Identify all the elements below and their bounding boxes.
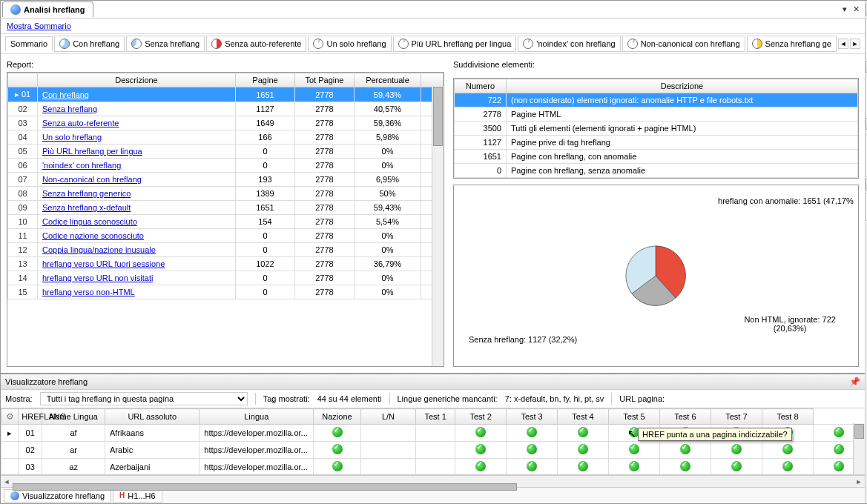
row-test4 bbox=[609, 459, 660, 476]
table-row[interactable]: 0Pagine con hreflang, senza anomalie bbox=[455, 164, 858, 178]
table-row[interactable]: 03 Senza auto-referente 1649 2778 59,36% bbox=[8, 116, 444, 130]
filter-tab-con-hreflang[interactable]: Con hreflang bbox=[54, 36, 125, 52]
row-num: 722 bbox=[455, 93, 507, 107]
bottom-tab-viewer[interactable]: Visualizzatore hreflang bbox=[4, 489, 111, 503]
report-link[interactable]: Senza hreflang x-default bbox=[42, 203, 131, 212]
filter-tab-noindex[interactable]: 'noindex' con hreflang bbox=[518, 36, 620, 52]
report-link[interactable]: Un solo hreflang bbox=[42, 133, 102, 142]
report-link[interactable]: Codice lingua sconosciuto bbox=[42, 217, 137, 226]
table-row[interactable]: 04 Un solo hreflang 166 2778 5,98% bbox=[8, 130, 444, 145]
scroll-left-button[interactable]: ◄ bbox=[838, 39, 848, 49]
show-select[interactable]: Tutti i tag hreflang in questa pagina bbox=[40, 392, 248, 405]
row-test1 bbox=[455, 459, 507, 476]
viewer-col[interactable]: Nome Lingua bbox=[42, 409, 105, 425]
filter-tab-un-solo[interactable]: Un solo hreflang bbox=[308, 36, 391, 52]
report-link[interactable]: Con hreflang bbox=[42, 90, 89, 99]
row-number: 14 bbox=[8, 271, 38, 285]
report-link[interactable]: Codice nazione sconosciuto bbox=[42, 231, 144, 240]
tab-dropdown-icon[interactable]: ▾ bbox=[840, 4, 849, 14]
gear-icon[interactable]: ⚙ bbox=[6, 411, 14, 422]
viewer-col[interactable]: URL assoluto bbox=[105, 409, 200, 425]
scroll-right-button[interactable]: ► bbox=[850, 39, 860, 49]
heading-icon: H bbox=[119, 491, 125, 500]
tab-close-icon[interactable]: ✕ bbox=[851, 4, 862, 14]
table-row[interactable]: 07 Non-canonical con hreflang 193 2778 6… bbox=[8, 173, 444, 187]
report-link[interactable]: Più URL hreflang per lingua bbox=[42, 147, 142, 156]
report-link[interactable]: Non-canonical con hreflang bbox=[42, 175, 142, 184]
report-link[interactable]: hreflang verso URL fuori sessione bbox=[42, 259, 165, 268]
table-row[interactable]: 06 'noindex' con hreflang 0 2778 0% bbox=[8, 159, 444, 173]
report-link[interactable]: Coppia lingua/nazione inusuale bbox=[42, 245, 156, 254]
col-descrizione[interactable]: Descrizione bbox=[38, 73, 236, 87]
viewer-col[interactable]: Nazione bbox=[314, 409, 361, 425]
col-pagine[interactable]: Pagine bbox=[236, 73, 295, 87]
table-row[interactable]: 3500Tutti gli elementi (elementi ignorat… bbox=[455, 122, 858, 136]
table-row[interactable]: 09 Senza hreflang x-default 1651 2778 59… bbox=[8, 201, 444, 215]
viewer-col[interactable]: Test 5 bbox=[609, 409, 660, 425]
col-pie[interactable] bbox=[421, 73, 444, 87]
table-row[interactable]: 03 az Azerbaijani https://developer.mozi… bbox=[1, 459, 865, 476]
table-row[interactable]: 1127Pagine prive di tag hreflang bbox=[455, 136, 858, 150]
viewer-col[interactable]: ⚙ bbox=[1, 409, 19, 425]
table-row[interactable]: 05 Più URL hreflang per lingua 0 2778 0% bbox=[8, 145, 444, 159]
row-tot: 2778 bbox=[295, 285, 355, 299]
viewer-vscroll[interactable] bbox=[853, 423, 865, 474]
row-lang: Arabic bbox=[105, 442, 200, 459]
table-row[interactable]: 14 hreflang verso URL non visitati 0 277… bbox=[8, 271, 444, 285]
table-row[interactable]: 2778Pagine HTML bbox=[455, 107, 858, 122]
table-row[interactable]: 02 ar Arabic https://developer.mozilla.o… bbox=[1, 442, 865, 459]
row-lingua bbox=[314, 442, 361, 459]
table-row[interactable]: 15 hreflang verso non-HTML 0 2778 0% bbox=[8, 285, 444, 299]
show-summary-link[interactable]: Mostra Sommario bbox=[7, 21, 71, 30]
report-link[interactable]: Senza hreflang generico bbox=[42, 189, 131, 198]
report-link[interactable]: Senza auto-referente bbox=[42, 119, 119, 127]
viewer-col[interactable]: Test 6 bbox=[659, 409, 711, 425]
row-pct: 59,36% bbox=[355, 116, 421, 130]
report-link[interactable]: 'noindex' con hreflang bbox=[42, 161, 121, 170]
filter-tab-sommario[interactable]: Sommario bbox=[5, 36, 53, 51]
filter-tab-senza-auto[interactable]: Senza auto-referente bbox=[206, 36, 306, 52]
filter-tab-noncanonical[interactable]: Non-canonical con hreflang bbox=[622, 36, 745, 52]
table-row[interactable]: 12 Coppia lingua/nazione inusuale 0 2778… bbox=[8, 243, 444, 257]
filter-tab-senza-gen[interactable]: Senza hreflang ge bbox=[747, 36, 837, 52]
table-row[interactable]: 10 Codice lingua sconosciuto 154 2778 5,… bbox=[8, 215, 444, 229]
check-icon bbox=[834, 461, 844, 471]
viewer-col[interactable]: HREFLANG bbox=[19, 409, 42, 425]
viewer-col[interactable]: Test 1 bbox=[416, 409, 455, 425]
vertical-scrollbar[interactable] bbox=[432, 86, 444, 366]
check-icon bbox=[834, 444, 844, 454]
col-numero[interactable]: Numero bbox=[455, 79, 507, 93]
col-tot[interactable]: Tot Pagine bbox=[295, 73, 355, 87]
filter-tab-senza-hreflang[interactable]: Senza hreflang bbox=[126, 36, 205, 52]
table-row[interactable]: 11 Codice nazione sconosciuto 0 2778 0% bbox=[8, 229, 444, 243]
table-row[interactable]: 02 Senza hreflang 1127 2778 40,57% bbox=[8, 102, 444, 116]
row-desc: Pagine con hreflang, con anomalie bbox=[507, 150, 858, 164]
report-link[interactable]: hreflang verso URL non visitati bbox=[42, 273, 153, 282]
table-row[interactable]: 722(non considerato) elementi ignorati: … bbox=[455, 93, 858, 107]
col-num[interactable] bbox=[8, 73, 38, 87]
row-desc: Senza auto-referente bbox=[38, 116, 236, 130]
col-pct[interactable]: Percentuale bbox=[355, 73, 421, 87]
pin-icon[interactable]: 📌 bbox=[849, 377, 860, 387]
table-row[interactable]: 08 Senza hreflang generico 1389 2778 50% bbox=[8, 187, 444, 201]
report-link[interactable]: Senza hreflang bbox=[42, 105, 97, 113]
check-icon bbox=[731, 461, 742, 471]
table-row[interactable]: 13 hreflang verso URL fuori sessione 102… bbox=[8, 257, 444, 271]
row-nazione bbox=[360, 425, 415, 442]
viewer-hscroll[interactable]: ◄► bbox=[1, 475, 865, 487]
viewer-col[interactable]: Test 3 bbox=[507, 409, 558, 425]
report-link[interactable]: hreflang verso non-HTML bbox=[42, 288, 135, 296]
filter-tab-piu-url[interactable]: Più URL hreflang per lingua bbox=[393, 36, 517, 52]
table-row[interactable]: ▸ 01 Con hreflang 1651 2778 59,43% bbox=[8, 87, 444, 102]
viewer-col[interactable]: Lingua bbox=[200, 409, 314, 425]
viewer-col[interactable]: Test 4 bbox=[558, 409, 609, 425]
tab-analisi-hreflang[interactable]: Analisi hreflang bbox=[2, 1, 93, 17]
viewer-col[interactable]: Test 7 bbox=[711, 409, 762, 425]
col-desc[interactable]: Descrizione bbox=[507, 79, 858, 93]
viewer-col[interactable]: L/N bbox=[360, 409, 415, 425]
viewer-col[interactable]: Test 2 bbox=[455, 409, 507, 425]
bottom-tab-headings[interactable]: HH1...H6 bbox=[113, 489, 162, 503]
table-row[interactable]: 1651Pagine con hreflang, con anomalie bbox=[455, 150, 858, 164]
viewer-col[interactable]: Test 8 bbox=[762, 409, 813, 425]
row-tot: 2778 bbox=[295, 159, 355, 173]
